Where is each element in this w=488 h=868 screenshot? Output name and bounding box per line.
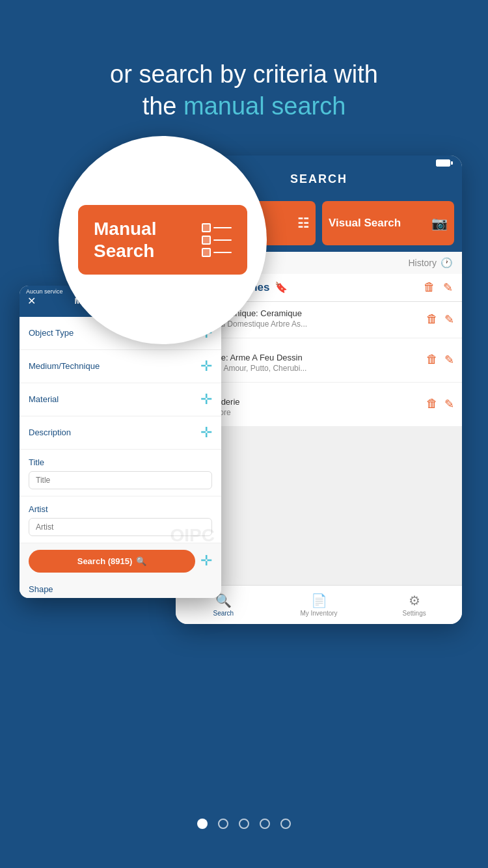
history-label: History [408,258,437,268]
header-text: or search by criteria with the manual se… [0,0,488,142]
circle-inner: ManualSearch [59,136,267,344]
checklist-icon: ☷ [297,215,309,231]
edit-icon-3[interactable]: ✎ [444,353,454,367]
bg-phone-title: SEARCH [290,172,347,186]
visual-search-button[interactable]: Visual Search 📷 [322,201,454,245]
history-icon: 🕐 [441,257,453,269]
material-label: Material [29,394,59,404]
form-row-artist-label: Artist [20,496,221,515]
inventory-nav-icon: 📄 [311,593,327,608]
result-actions: 🗑 ✎ [426,312,454,327]
artist-input[interactable] [29,518,212,536]
medium-plus[interactable]: ✛ [200,358,212,375]
trash-icon-3[interactable]: 🗑 [426,397,438,411]
form-row-title-label: Title [20,450,221,468]
trash-icon-2[interactable]: 🗑 [426,353,438,367]
dot-1[interactable] [197,819,208,829]
checklist-icon-large [202,223,232,257]
object-type-label: Object Type [29,328,74,338]
nav-settings[interactable]: ⚙ Settings [366,593,462,617]
delete-icon[interactable]: 🗑 [424,280,435,295]
visual-search-label: Visual Search [329,217,401,230]
saved-actions: 🗑 ✎ [424,280,453,295]
edit-icon-4[interactable]: ✎ [444,397,454,411]
artist-label: Artist [29,504,48,514]
dot-4[interactable] [260,819,270,829]
header-line1: or search by criteria with [110,61,378,88]
shape-label: Shape [29,584,53,594]
dot-2[interactable] [218,819,228,829]
form-row-artist-input [20,515,221,543]
result-time-3: s ago [185,389,453,397]
search-btn-row: Search (8915) 🔍 ✛ [20,543,221,579]
search-plus-icon[interactable]: ✛ [200,552,212,569]
nav-inventory-label: My Inventory [300,610,337,617]
header-line2-plain: the [142,92,183,120]
settings-nav-icon: ⚙ [409,593,420,608]
result-time: ago [185,345,453,353]
edit-icon-2[interactable]: ✎ [444,312,454,327]
form-row-medium: Medium/Technique ✛ [20,350,221,383]
close-icon[interactable]: ✕ [27,295,36,307]
shape-row: Shape [20,579,221,598]
result-subtitle-3: : Argent Dore [185,408,453,417]
header-section: or search by criteria with the manual se… [0,0,488,142]
search-submit-button[interactable]: Search (8915) 🔍 [29,550,195,573]
mockup-area: 14:20 SEARCH ManualSearch ☷ Visual Searc… [0,156,488,689]
result-title-2: /Technique: Arme A Feu Dessin [185,353,453,362]
description-label: Description [29,427,71,437]
trash-icon[interactable]: 🗑 [426,312,438,327]
battery-icon [436,159,453,168]
nav-inventory[interactable]: 📄 My Inventory [271,593,367,617]
dot-5[interactable] [280,819,291,829]
title-input[interactable] [29,471,212,489]
circle-magnify: ManualSearch [59,136,267,344]
manual-search-large-label: ManualSearch [94,218,156,262]
description-plus[interactable]: ✛ [200,424,212,441]
header-line2-highlight: manual search [183,92,346,120]
medium-label: Medium/Technique [29,361,100,371]
search-magnify-icon: 🔍 [136,556,146,566]
edit-icon[interactable]: ✎ [443,280,453,295]
result-title-3: Type: Broderie [185,397,453,407]
result-actions-3: 🗑 ✎ [426,397,454,411]
page-dots [0,819,488,829]
result-actions-2: 🗑 ✎ [426,353,454,367]
form-area: Object Type ✛ Medium/Technique ✛ Materia… [20,317,221,543]
form-row-material: Material ✛ [20,383,221,416]
nav-search-label: Search [213,610,234,617]
title-label: Title [29,457,44,467]
form-row-title-input [20,468,221,496]
result-subtitle-2: tion: Ange, Amour, Putto, Cherubi... [185,364,453,373]
bookmark-icon: 🔖 [275,281,288,293]
dot-3[interactable] [239,819,249,829]
search-btn-label: Search (8915) [77,556,133,566]
fg-carrier: Aucun service [26,288,63,297]
form-row-description: Description ✛ [20,416,221,450]
nav-settings-label: Settings [403,610,426,617]
manual-search-large-button[interactable]: ManualSearch [78,205,247,275]
camera-icon: 📷 [431,215,448,231]
material-plus[interactable]: ✛ [200,391,212,408]
